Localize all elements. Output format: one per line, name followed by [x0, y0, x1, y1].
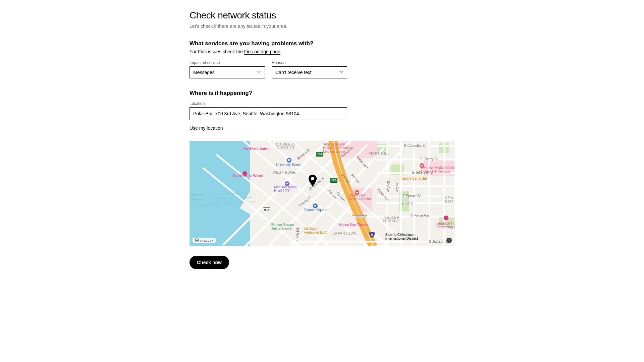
map-info-icon[interactable]: i	[446, 238, 452, 243]
map-label: Pike Place Market	[243, 147, 270, 151]
reason-select[interactable]: Can't receive text	[272, 66, 347, 78]
chevron-down-icon	[339, 70, 343, 75]
hotel-icon	[285, 181, 289, 186]
impacted-service-value: Messages	[193, 70, 215, 75]
map-label: JAPANTOWN	[333, 232, 357, 235]
map-label: Beck's Bar & Grill	[401, 177, 427, 180]
desc-text: For Fios issues check the	[190, 49, 244, 54]
map-label: Swedish Medical CenterCherry Hill Campus	[421, 166, 454, 173]
map-label: Pioneer Square	[304, 208, 328, 212]
location-label: Location	[190, 101, 347, 106]
map-label: Yesler Wy	[352, 214, 367, 218]
fios-outage-link[interactable]: Fios outage page	[244, 49, 280, 55]
map-label: CENDIST	[445, 196, 454, 203]
svg-rect-39	[314, 205, 316, 206]
map-label: E Yesler Wy	[411, 214, 429, 218]
reason-value: Can't receive text	[275, 70, 312, 75]
transit-icon	[287, 158, 291, 163]
svg-text:5: 5	[371, 233, 373, 236]
map-label: 10th Ave	[386, 179, 390, 192]
map-label: Langston HughesPerforming Arts Center	[436, 222, 454, 229]
hospital-icon	[355, 190, 359, 195]
map-label: Madison Tower/Hotel 1000	[274, 185, 298, 193]
reason-label: Reason	[272, 60, 347, 65]
map-pin-icon	[308, 175, 317, 187]
impacted-service-label: Impacted service	[190, 60, 265, 65]
use-my-location-link[interactable]: Use my location	[190, 125, 223, 131]
page-title: Check network status	[190, 10, 454, 21]
map-label: Pioneer SquareHabitat Beach	[271, 223, 294, 230]
svg-rect-37	[288, 159, 290, 161]
map-label: YESLERTERRACE	[383, 216, 401, 223]
map-label: E Columbia St	[404, 144, 426, 147]
map-label: Seattle Great Wheel	[232, 174, 263, 178]
chevron-down-icon	[257, 70, 261, 75]
impacted-service-select[interactable]: Messages	[190, 66, 265, 78]
map-label: 1st Ave S	[296, 228, 300, 242]
attraction-icon	[444, 216, 448, 220]
desc-suffix: .	[280, 49, 282, 54]
map-label: Nippon Kan Theatre	[338, 223, 368, 227]
map-label: Seattle Chinatown-International District	[385, 233, 418, 240]
map-attribution: mapbox	[192, 238, 216, 243]
check-now-button[interactable]: Check now	[190, 256, 229, 269]
map-label: S Jackson St	[429, 240, 448, 243]
map-label: WEST EDGE	[273, 171, 296, 174]
route-badge: 904	[263, 207, 270, 212]
interstate-shield: 5	[369, 232, 375, 238]
map-label: University Street	[276, 163, 301, 167]
transit-icon	[313, 203, 318, 208]
svg-rect-38	[286, 183, 288, 184]
services-heading: What services are you having problems wi…	[190, 40, 454, 47]
map-label: FIRST HILL	[369, 152, 390, 156]
map-label: McCoy'sFirehouse BBQ	[304, 227, 327, 234]
svg-point-40	[311, 177, 314, 180]
page-subtitle: Let's check if there are any issues in y…	[190, 23, 454, 29]
svg-point-42	[196, 240, 198, 241]
services-description: For Fios issues check the Fios outage pa…	[190, 49, 454, 54]
location-heading: Where is it happening?	[190, 90, 454, 97]
attraction-icon	[243, 171, 247, 176]
map-label: HarborviewMedical Center	[348, 193, 371, 201]
hospital-icon	[420, 163, 424, 168]
highway-badge: 166	[330, 178, 337, 183]
map-label: E Fir St	[402, 201, 413, 205]
map-label: E Cherry St	[420, 157, 438, 161]
map-label: E Spruce St	[403, 194, 421, 198]
location-map[interactable]: BUSINESSDISTRICT Pike Place Market Unive…	[190, 141, 454, 246]
mapbox-logo-icon	[195, 238, 199, 242]
map-label: 11th Ave	[395, 179, 399, 192]
map-label: BUSINESSDISTRICT	[276, 142, 296, 150]
location-input[interactable]	[190, 107, 347, 120]
highway-badge: 164	[316, 152, 323, 157]
